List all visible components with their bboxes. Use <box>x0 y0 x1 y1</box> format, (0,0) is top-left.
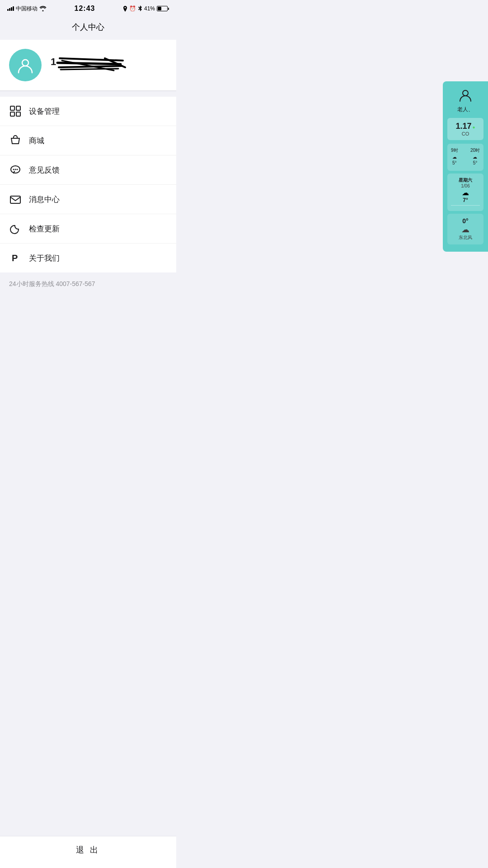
menu-label-update: 检查更新 <box>29 224 60 234</box>
menu-label-feedback: 意见反馈 <box>29 165 60 175</box>
svg-rect-16 <box>10 196 20 203</box>
signal-bars <box>7 6 14 11</box>
svg-rect-8 <box>10 106 14 110</box>
svg-point-14 <box>15 169 16 170</box>
status-left: 中国移动 <box>7 5 47 13</box>
signal-bar-1 <box>7 9 9 11</box>
menu-item-update[interactable]: 检查更新 <box>0 214 176 244</box>
menu-item-device[interactable]: 设备管理 <box>0 97 176 126</box>
carrier-label: 中国移动 <box>16 5 38 13</box>
hotline-section: 24小时服务热线 4007-567-567 <box>0 273 176 295</box>
menu-label-message: 消息中心 <box>29 194 60 205</box>
wifi-icon <box>39 6 47 11</box>
svg-line-2 <box>60 58 123 61</box>
svg-rect-9 <box>16 106 20 110</box>
hotline-text: 24小时服务热线 4007-567-567 <box>9 280 95 287</box>
profile-section: 1 <box>0 40 176 91</box>
menu-label-mall: 商城 <box>29 136 44 146</box>
svg-line-3 <box>57 63 121 64</box>
location-icon <box>123 6 127 12</box>
svg-rect-10 <box>10 112 14 116</box>
svg-rect-11 <box>16 112 20 116</box>
moon-icon <box>9 222 22 235</box>
menu-list: 设备管理 商城 意见反馈 <box>0 97 176 272</box>
menu-label-about: 关于我们 <box>29 253 60 263</box>
status-bar: 中国移动 12:43 ⏰ 41% <box>0 0 176 16</box>
avatar[interactable] <box>9 49 42 81</box>
menu-item-feedback[interactable]: 意见反馈 <box>0 155 176 185</box>
menu-item-message[interactable]: 消息中心 <box>0 185 176 214</box>
shop-icon <box>9 134 22 147</box>
menu-item-about[interactable]: P 关于我们 <box>0 244 176 272</box>
signal-bar-3 <box>11 7 12 11</box>
bluetooth-icon <box>138 5 142 12</box>
menu-label-device: 设备管理 <box>29 106 60 117</box>
svg-point-15 <box>17 169 18 170</box>
svg-text:1: 1 <box>51 56 56 67</box>
svg-text:P: P <box>12 253 18 263</box>
page-title: 个人中心 <box>0 16 176 40</box>
grid-icon <box>9 105 22 117</box>
time-display: 12:43 <box>75 5 95 13</box>
battery-percent: 41% <box>144 5 155 12</box>
signal-bar-4 <box>13 6 14 11</box>
svg-point-13 <box>13 169 14 170</box>
mail-icon <box>9 193 22 206</box>
svg-point-0 <box>22 60 28 66</box>
divider <box>0 91 176 91</box>
signal-bar-2 <box>9 8 10 11</box>
battery-icon <box>157 6 169 11</box>
alarm-icon: ⏰ <box>129 5 136 12</box>
username-area: 1 <box>51 52 167 79</box>
menu-item-mall[interactable]: 商城 <box>0 126 176 155</box>
parking-icon: P <box>9 252 22 264</box>
bottom-spacer <box>0 295 176 331</box>
status-right: ⏰ 41% <box>123 5 169 12</box>
chat-icon <box>9 164 22 176</box>
